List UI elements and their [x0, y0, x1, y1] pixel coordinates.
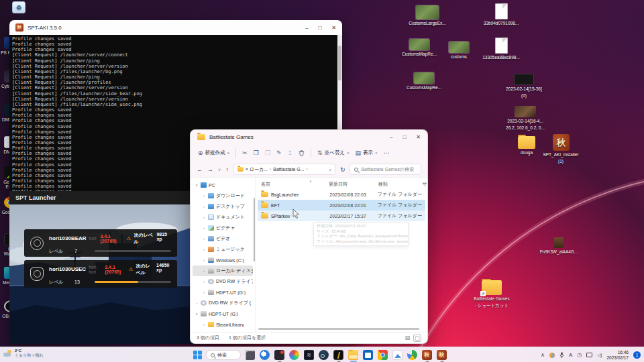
share-button[interactable]: ↥ — [287, 149, 292, 156]
file-row[interactable]: EFT 2023/02/08 22:01 ファイル フォルダー — [258, 200, 425, 210]
expander-chevron-icon[interactable]: › — [202, 237, 206, 241]
desktop-icon-video2[interactable]: 2023-02-14[16-4... 26.2, 102.6_0.2, 0... — [501, 106, 549, 130]
breadcrumb-current[interactable]: Battlestate G... — [273, 167, 304, 172]
cut-button[interactable]: ✂ — [242, 149, 248, 156]
expander-chevron-icon[interactable]: › — [202, 194, 206, 198]
rename-button[interactable]: ✎ — [276, 149, 282, 156]
file-explorer-icon[interactable] — [347, 348, 359, 362]
desktop-icon-battlestate-shortcut[interactable]: Battlestate Games - ショートカット — [468, 280, 516, 308]
view-button[interactable]: ▤ 表示 ∨ — [356, 149, 378, 156]
desktop-icon-spt-aki-installer[interactable]: 秋 SPT_AKI_Installer (1) — [537, 134, 585, 164]
up-button[interactable]: ↑ — [225, 166, 229, 173]
sort-button[interactable]: ⇅ 並べ替え ∨ — [317, 149, 350, 156]
horizontal-scrollbar[interactable] — [258, 328, 419, 330]
file-row[interactable]: SPtarkov 2023/02/17 15:37 ファイル フォルダー — [258, 210, 425, 221]
address-bar[interactable]: « ローカ... › Battlestate G... › ∨ — [233, 164, 335, 175]
steam-icon[interactable] — [318, 348, 329, 362]
task-view-icon[interactable] — [244, 348, 256, 362]
profile-card[interactable]: hori1030USEC hori-hori 3.4.1 (20765) ⚠ 次… — [24, 260, 177, 288]
file-explorer-window[interactable]: Battlestate Games – □ ✕ ⊕ 新規作成 ∨ — [190, 129, 428, 344]
sidebar-item-hdpt[interactable]: › HDPT-UT (G:) — [193, 287, 253, 298]
sidebar-scrollbar-thumb[interactable] — [254, 198, 255, 261]
sidebar-item-videos[interactable]: › ビデオ — [193, 233, 253, 244]
desktop-icon-video1[interactable]: 2023-02-14[15-36] (0) — [500, 74, 548, 98]
desktop-icon-fn9k3w[interactable]: Fn9K3W_aiAA4G... — [535, 237, 583, 255]
history-dropdown-icon[interactable]: ∨ — [218, 167, 221, 172]
desktop-icon-customs-large[interactable]: CustomsLargeEx... — [403, 5, 451, 26]
more-button[interactable]: ⋯ — [384, 149, 390, 156]
taskbar-clock[interactable]: 16:46 2023/02/17 — [606, 350, 629, 360]
console-scrollbar-thumb[interactable] — [338, 46, 341, 80]
speaker-icon[interactable]: ◁) — [597, 353, 602, 358]
search-input[interactable] — [361, 167, 417, 172]
sidebar-item-hdpt2[interactable]: ∨ HDPT-UT (G:) — [193, 308, 253, 319]
maximize-button[interactable]: □ — [402, 134, 406, 140]
notification-badge[interactable]: 1 — [633, 351, 641, 359]
sidebar-item-pc[interactable]: ∨ PC — [193, 180, 253, 190]
desktop-icon-customs-map2[interactable]: CustomsMapRe... — [400, 72, 448, 90]
sidebar-item-documents[interactable]: › ドキュメント — [193, 212, 253, 223]
breadcrumb-root[interactable]: « ローカ... — [246, 166, 268, 173]
sidebar-item-local-disk[interactable]: › ローカル ディスク ( — [193, 265, 253, 276]
console-title-bar[interactable]: 秋 SPT-AKI 3.5.0 – □ ✕ — [9, 20, 342, 35]
start-button[interactable] — [193, 351, 203, 360]
expander-chevron-icon[interactable]: › — [202, 269, 206, 273]
close-button[interactable]: ✕ — [331, 25, 336, 31]
hidden-icons-chevron-icon[interactable]: ∧ — [541, 352, 545, 358]
desktop-icon-customs[interactable]: customs — [435, 42, 483, 60]
onedrive-sync-icon[interactable] — [549, 353, 555, 358]
expander-chevron-icon[interactable]: › — [202, 247, 206, 251]
chrome-icon[interactable] — [377, 348, 388, 362]
spt-aki-icon[interactable]: 秋 — [421, 348, 433, 362]
column-header-size[interactable]: サ — [423, 181, 427, 188]
list-view-button[interactable]: ▤ — [405, 335, 411, 342]
explorer-title-bar[interactable]: Battlestate Games – □ ✕ — [191, 130, 427, 144]
delete-button[interactable] — [299, 149, 305, 156]
recycle-bin-icon[interactable]: ♻ — [9, 1, 29, 13]
eft-launcher-icon[interactable] — [333, 348, 344, 362]
microsoft-store-icon[interactable] — [362, 348, 374, 362]
refresh-button[interactable]: ↻ — [340, 166, 345, 173]
display-icon[interactable] — [586, 353, 592, 357]
new-button[interactable]: ⊕ 新規作成 ∨ — [198, 149, 229, 156]
expander-chevron-icon[interactable]: › — [195, 301, 199, 305]
profile-card[interactable]: hori1030BEAR hori 3.4.1 (20765) ⚠ 次のレベル … — [24, 229, 177, 257]
sidebar-item-steamlibrary[interactable]: › SteamLibrary — [193, 319, 253, 330]
explorer-search-box[interactable] — [350, 164, 421, 175]
app-red-dot-icon[interactable] — [274, 348, 285, 362]
paste-button[interactable]: ❒ — [265, 149, 270, 156]
sidebar-item-desktop[interactable]: › デスクトップ — [193, 201, 253, 212]
expander-chevron-icon[interactable]: ∨ — [195, 312, 199, 316]
minimize-button[interactable]: – — [390, 134, 392, 140]
spt-aki-server-icon[interactable]: 秋 — [436, 348, 447, 362]
details-view-button[interactable]: ▢ — [413, 335, 421, 342]
back-button[interactable]: ← — [197, 166, 203, 173]
column-header-name[interactable]: 名前 — [256, 181, 329, 188]
close-button[interactable]: ✕ — [416, 134, 421, 140]
sidebar-item-windows-c[interactable]: › Windows (C:) — [193, 255, 253, 265]
maximize-button[interactable]: □ — [318, 25, 321, 31]
copy-button[interactable]: ❐ — [254, 149, 259, 156]
taskbar-search[interactable]: 検索 — [206, 350, 241, 360]
expander-chevron-icon[interactable]: › — [202, 290, 206, 294]
expander-chevron-icon[interactable]: › — [202, 215, 206, 219]
photos-app-icon[interactable] — [288, 348, 300, 362]
expander-chevron-icon[interactable]: › — [202, 280, 206, 284]
expander-chevron-icon[interactable]: › — [202, 322, 206, 326]
expander-chevron-icon[interactable]: › — [202, 204, 206, 208]
column-header-type[interactable]: 種類 — [378, 181, 423, 188]
dark-pattern-app-icon[interactable] — [303, 348, 315, 362]
expander-chevron-icon[interactable]: ∨ — [195, 183, 199, 187]
minimize-button[interactable]: – — [305, 25, 308, 31]
expander-chevron-icon[interactable]: › — [202, 258, 206, 262]
desktop-icon-hash-doc1[interactable]: 33b94d0791098... — [477, 3, 525, 26]
microphone-icon[interactable] — [559, 352, 564, 359]
sidebar-item-dvd2[interactable]: › DVD RW ドライブ ( — [193, 298, 253, 308]
expander-chevron-icon[interactable]: › — [202, 226, 206, 230]
weather-widget[interactable]: 2°C くもり時々晴れ — [3, 349, 44, 358]
clock-history-icon[interactable]: ◷ — [577, 352, 582, 358]
address-dropdown-icon[interactable]: ∨ — [329, 168, 331, 172]
desktop-icon-hash-doc2[interactable]: 13305ea88ec898... — [477, 38, 525, 60]
sidebar-item-music[interactable]: › ミュージック — [193, 244, 253, 255]
forward-button[interactable]: → — [207, 166, 213, 173]
